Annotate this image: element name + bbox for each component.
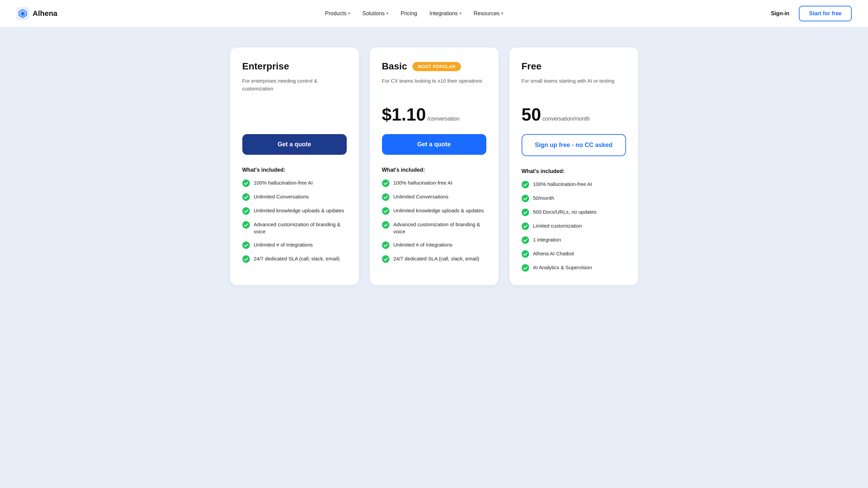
list-item: Unlimited knowledge uploads & updates (242, 207, 347, 215)
nav-item-solutions[interactable]: Solutions ▾ (362, 10, 388, 17)
basic-card: Basic MOST POPULAR For CX teams looking … (370, 47, 499, 285)
basic-price-block: $1.10 /conversation (382, 106, 486, 125)
check-icon (382, 221, 389, 229)
nav-item-products[interactable]: Products ▾ (325, 10, 350, 17)
check-icon (522, 181, 529, 188)
basic-price-main: $1.10 (382, 106, 426, 123)
basic-plan-name: Basic (382, 61, 407, 72)
basic-plan-desc: For CX teams looking to x10 their operat… (382, 77, 486, 98)
logo-text: Alhena (33, 9, 57, 18)
check-icon (242, 179, 250, 187)
list-item: Unlimited knowledge uploads & updates (382, 207, 486, 215)
check-icon (522, 209, 529, 216)
list-item: 50/month (522, 194, 626, 202)
svg-point-4 (242, 207, 250, 215)
check-icon (382, 193, 389, 201)
enterprise-card-header: Enterprise (242, 61, 347, 72)
list-item: 24/7 dedicated SLA (call, slack, email) (382, 255, 486, 263)
free-feature-list: 100% hallucination-free AI 50/month 500 … (522, 181, 626, 272)
list-item: Unlimited Conversations (382, 193, 486, 201)
list-item: 100% hallucination-free AI (522, 181, 626, 188)
nav-item-resources[interactable]: Resources ▾ (474, 10, 503, 17)
check-icon (522, 264, 529, 272)
svg-point-14 (522, 181, 529, 188)
basic-whats-included-label: What's included: (382, 167, 486, 173)
sign-in-link[interactable]: Sign-in (771, 10, 789, 17)
list-item: 100% hallucination-free AI (242, 179, 347, 187)
svg-point-2 (242, 179, 250, 187)
free-price-block: 50 conversation/month (522, 106, 626, 125)
basic-cta-button[interactable]: Get a quote (382, 134, 486, 155)
chevron-down-icon: ▾ (460, 11, 462, 16)
start-free-button[interactable]: Start for free (799, 6, 852, 21)
list-item: 24/7 dedicated SLA (call, slack, email) (242, 255, 347, 263)
list-item: Limited customization (522, 222, 626, 230)
svg-point-8 (382, 179, 389, 187)
svg-point-19 (522, 250, 529, 258)
list-item: Advanced customization of branding & voi… (382, 221, 486, 235)
enterprise-plan-name: Enterprise (242, 61, 289, 72)
chevron-down-icon: ▾ (348, 11, 350, 16)
check-icon (382, 255, 389, 263)
free-card: Free For small teams starting with AI or… (509, 47, 638, 285)
nav-item-integrations[interactable]: Integrations ▾ (429, 10, 462, 17)
logo-icon (16, 7, 29, 20)
list-item: Unlimited Conversations (242, 193, 347, 201)
enterprise-price-block (242, 106, 347, 125)
enterprise-plan-desc: For enterprises needing control & custom… (242, 77, 347, 98)
check-icon (242, 207, 250, 215)
svg-point-3 (242, 193, 250, 201)
svg-point-10 (382, 207, 389, 215)
check-icon (522, 222, 529, 230)
logo[interactable]: Alhena (16, 7, 57, 20)
free-card-header: Free (522, 61, 626, 72)
list-item: Unlimited # of Integrations (242, 241, 347, 249)
check-icon (382, 207, 389, 215)
check-icon (522, 195, 529, 202)
svg-point-17 (522, 222, 529, 230)
svg-point-13 (382, 255, 389, 263)
enterprise-whats-included-label: What's included: (242, 167, 347, 173)
svg-point-7 (242, 255, 250, 263)
svg-point-18 (522, 236, 529, 244)
enterprise-card: Enterprise For enterprises needing contr… (230, 47, 359, 285)
svg-point-15 (522, 195, 529, 202)
nav-links: Products ▾ Solutions ▾ Pricing Integrati… (325, 10, 503, 17)
list-item: Advanced customization of branding & voi… (242, 221, 347, 235)
check-icon (522, 250, 529, 258)
nav-item-pricing[interactable]: Pricing (401, 10, 417, 17)
svg-point-5 (242, 221, 250, 229)
check-icon (382, 241, 389, 249)
enterprise-cta-button[interactable]: Get a quote (242, 134, 347, 155)
navbar: Alhena Products ▾ Solutions ▾ Pricing In… (0, 0, 868, 27)
free-whats-included-label: What's included: (522, 168, 626, 174)
check-icon (242, 193, 250, 201)
nav-actions: Sign-in Start for free (771, 6, 852, 21)
list-item: AI Analytics & Supervision (522, 264, 626, 272)
list-item: Unlimited # of Integrations (382, 241, 486, 249)
free-plan-name: Free (522, 61, 542, 72)
check-icon (242, 221, 250, 229)
basic-card-header: Basic MOST POPULAR (382, 61, 486, 72)
list-item: 1 integration (522, 236, 626, 244)
svg-point-6 (242, 241, 250, 249)
svg-point-12 (382, 241, 389, 249)
enterprise-feature-list: 100% hallucination-free AI Unlimited Con… (242, 179, 347, 263)
check-icon (242, 255, 250, 263)
free-cta-button[interactable]: Sign up free - no CC asked (522, 134, 626, 156)
list-item: 100% hallucination-free AI (382, 179, 486, 187)
pricing-section: Enterprise For enterprises needing contr… (0, 27, 868, 305)
chevron-down-icon: ▾ (501, 11, 503, 16)
svg-point-11 (382, 221, 389, 229)
free-price-main: 50 (522, 106, 541, 123)
check-icon (522, 236, 529, 244)
list-item: 500 Docs/URLs, no updates (522, 208, 626, 216)
basic-feature-list: 100% hallucination-free AI Unlimited Con… (382, 179, 486, 263)
check-icon (242, 241, 250, 249)
free-plan-desc: For small teams starting with AI or test… (522, 77, 626, 98)
free-price-sub: conversation/month (542, 116, 590, 122)
svg-point-9 (382, 193, 389, 201)
svg-point-1 (21, 12, 24, 15)
basic-price-sub: /conversation (427, 116, 460, 122)
svg-point-20 (522, 264, 529, 272)
